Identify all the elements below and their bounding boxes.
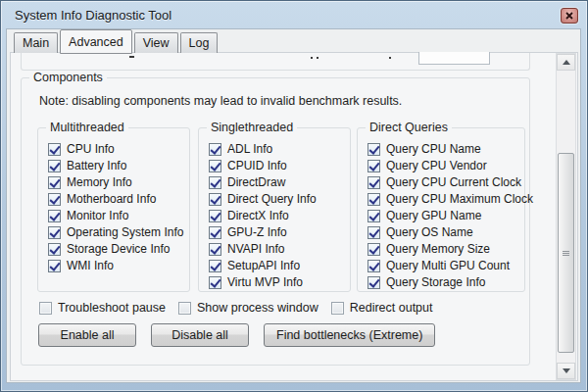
checkbox-checked-icon	[48, 193, 61, 206]
component-checkbox[interactable]: Storage Device Info	[48, 241, 185, 257]
checkbox-checked-icon	[209, 193, 221, 206]
tab-main[interactable]: Main	[14, 32, 58, 53]
component-checkbox-label: Direct Query Info	[227, 192, 317, 206]
component-checkbox[interactable]: Query GPU Name	[368, 208, 520, 223]
component-checkbox[interactable]: DirectX Info	[209, 208, 346, 223]
component-checkbox[interactable]: Operating System Info	[48, 224, 185, 240]
component-checkbox[interactable]: DirectDraw	[209, 174, 346, 190]
window-title: System Info Diagnostic Tool	[15, 8, 172, 23]
option-checkbox-label: Troubleshoot pause	[58, 301, 166, 315]
find-bottlenecks-extreme-button[interactable]: Find bottlenecks (Extreme)	[264, 323, 435, 347]
component-checkbox[interactable]: GPU-Z Info	[209, 224, 346, 240]
component-checkbox-label: NVAPI Info	[227, 242, 284, 256]
tab-advanced[interactable]: Advanced	[60, 29, 132, 54]
tab-view[interactable]: View	[134, 32, 178, 53]
component-checkbox-label: Query CPU Maximum Clock	[386, 192, 533, 206]
options-row: Troubleshoot pauseShow process windowRed…	[39, 300, 432, 317]
component-checkbox[interactable]: ADL Info	[209, 141, 346, 157]
component-checkbox[interactable]: WMI Info	[48, 258, 185, 273]
vertical-scrollbar[interactable]	[556, 53, 576, 380]
component-checkbox[interactable]: Motherboard Info	[48, 191, 185, 207]
checkbox-checked-icon	[209, 276, 221, 289]
components-group-label: Components	[29, 71, 107, 84]
checkbox-list: ADL InfoCPUID InfoDirectDrawDirect Query…	[209, 141, 346, 291]
clipped-text-fragment	[129, 56, 134, 58]
component-checkbox[interactable]: Direct Query Info	[209, 191, 346, 207]
checkbox-checked-icon	[209, 243, 221, 256]
clipped-textbox[interactable]	[418, 52, 490, 65]
checkbox-checked-icon	[209, 143, 221, 156]
group-singlethreaded: SinglethreadedADL InfoCPUID InfoDirectDr…	[198, 127, 351, 292]
checkbox-list: CPU InfoBattery InfoMemory InfoMotherboa…	[48, 141, 185, 274]
option-checkbox[interactable]: Redirect output	[331, 300, 433, 316]
option-checkbox[interactable]: Show process window	[178, 300, 318, 316]
component-checkbox[interactable]: Query OS Name	[368, 224, 520, 240]
component-checkbox-label: Operating System Info	[67, 225, 183, 239]
component-checkbox[interactable]: CPUID Info	[209, 158, 346, 173]
component-checkbox[interactable]: Query CPU Vendor	[368, 158, 520, 173]
checkbox-checked-icon	[48, 243, 61, 256]
clipped-text-fragment	[389, 57, 391, 59]
enable-all-button[interactable]: Enable all	[38, 323, 136, 347]
thumb-grip-icon	[563, 255, 569, 256]
scroll-up-button[interactable]	[557, 54, 575, 71]
checkbox-checked-icon	[48, 160, 61, 172]
checkbox-checked-icon	[209, 210, 221, 222]
titlebar[interactable]: System Info Diagnostic Tool	[1, 1, 587, 28]
checkbox-checked-icon	[368, 243, 380, 256]
component-checkbox[interactable]: Virtu MVP Info	[209, 274, 346, 290]
dialog-window: System Info Diagnostic Tool MainAdvanced…	[0, 0, 588, 392]
thumb-grip-icon	[563, 253, 569, 254]
component-checkbox[interactable]: Query CPU Name	[368, 141, 520, 157]
clipped-scrolled-group	[21, 53, 530, 71]
component-checkbox-label: Query CPU Vendor	[386, 159, 487, 172]
component-checkbox[interactable]: Query Memory Size	[368, 241, 520, 257]
component-checkbox[interactable]: Query Storage Info	[368, 274, 520, 290]
checkbox-checked-icon	[368, 193, 380, 206]
arrow-up-icon	[563, 60, 570, 65]
checkbox-checked-icon	[368, 276, 380, 289]
component-checkbox-label: Storage Device Info	[67, 242, 170, 256]
buttons-row: Enable allDisable allFind bottlenecks (E…	[38, 323, 435, 347]
scroll-down-button[interactable]	[557, 363, 575, 379]
component-checkbox-label: Query CPU Name	[386, 142, 481, 156]
component-checkbox-label: CPUID Info	[227, 159, 287, 172]
close-icon	[565, 12, 573, 20]
checkbox-checked-icon	[368, 143, 380, 156]
disable-all-button[interactable]: Disable all	[151, 323, 249, 347]
option-checkbox[interactable]: Troubleshoot pause	[39, 300, 166, 316]
checkbox-checked-icon	[48, 260, 61, 272]
checkbox-checked-icon	[368, 210, 380, 222]
component-checkbox[interactable]: Battery Info	[48, 158, 185, 173]
component-checkbox-label: Motherboard Info	[67, 192, 156, 206]
scrollbar-thumb[interactable]	[558, 153, 574, 353]
component-checkbox[interactable]: Memory Info	[48, 174, 185, 190]
close-button[interactable]	[561, 8, 578, 24]
component-checkbox-label: Query OS Name	[386, 225, 473, 239]
component-checkbox-label: SetupAPI Info	[227, 259, 300, 272]
checkbox-unchecked-icon	[331, 302, 344, 315]
tab-log[interactable]: Log	[180, 32, 219, 53]
checkbox-checked-icon	[48, 143, 61, 156]
clipped-text-fragment	[317, 57, 318, 59]
component-checkbox[interactable]: Monitor Info	[48, 208, 185, 223]
checkbox-checked-icon	[368, 226, 380, 239]
component-checkbox-label: Memory Info	[67, 175, 132, 189]
component-checkbox[interactable]: Query CPU Current Clock	[368, 174, 520, 190]
component-checkbox-label: DirectDraw	[227, 175, 285, 189]
component-checkbox[interactable]: Query CPU Maximum Clock	[368, 191, 520, 207]
checkbox-checked-icon	[48, 210, 61, 222]
component-checkbox[interactable]: CPU Info	[48, 141, 185, 157]
checkbox-unchecked-icon	[178, 302, 191, 315]
component-checkbox[interactable]: Query Multi GPU Count	[368, 258, 520, 273]
component-checkbox[interactable]: NVAPI Info	[209, 241, 346, 257]
component-checkbox-label: GPU-Z Info	[227, 225, 287, 239]
component-checkbox-label: Query CPU Current Clock	[386, 175, 521, 189]
checkbox-list: Query CPU NameQuery CPU VendorQuery CPU …	[368, 141, 520, 291]
group-label: Multithreaded	[46, 121, 128, 134]
checkbox-checked-icon	[209, 226, 221, 239]
component-checkbox[interactable]: SetupAPI Info	[209, 258, 346, 273]
component-checkbox-label: Query Memory Size	[386, 242, 490, 256]
clipped-text-fragment	[311, 57, 313, 59]
components-note: Note: disabling components may lead to i…	[39, 94, 402, 108]
